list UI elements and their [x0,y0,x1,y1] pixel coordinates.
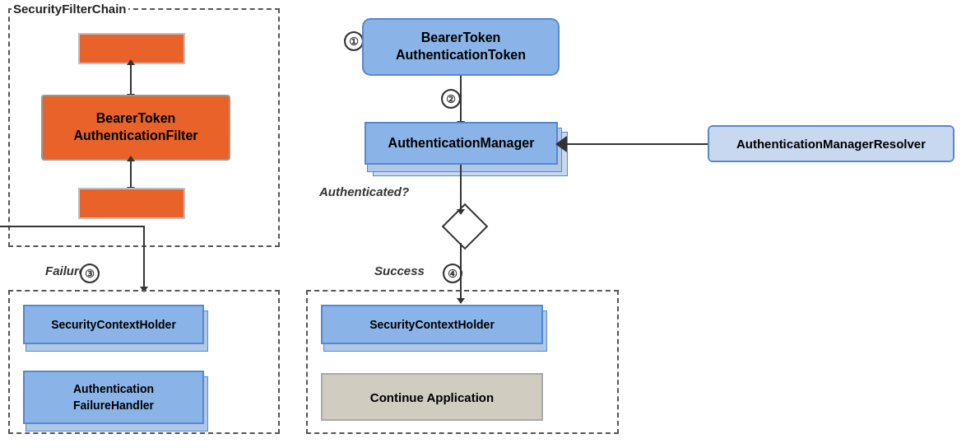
success-label: Success [374,264,425,278]
orange-bar-bottom [78,188,185,219]
auth-manager-box: AuthenticationManager [365,122,558,165]
sec-ctx-holder-failure-box: SecurityContextHolder [23,305,204,344]
triangle-left-icon [555,136,567,152]
sec-ctx-holder-failure-label: SecurityContextHolder [51,318,176,331]
auth-manager-label: AuthenticationManager [388,136,535,151]
bearer-token-box: BearerToken AuthenticationToken [362,18,560,76]
auth-failure-handler-box: Authentication FailureHandler [23,371,204,424]
bearer-filter-label: BearerToken AuthenticationFilter [73,110,197,145]
bearer-filter-box: BearerToken AuthenticationFilter [41,95,230,161]
circle-num-3: ③ [80,264,100,283]
circle-num-2: ② [441,89,461,109]
arrow-2-to-diamond [460,165,462,210]
auth-manager-resolver-box: AuthenticationManagerResolver [708,125,954,162]
sec-ctx-holder-success-label: SecurityContextHolder [369,318,495,331]
bearer-token-label: BearerToken AuthenticationToken [396,30,526,64]
authenticated-label: Authenticated? [319,184,409,198]
continue-application-box: Continue Application [321,373,543,421]
security-filter-chain-label: SecurityFilterChain [12,2,128,16]
diagram-container: SecurityFilterChain BearerToken Authenti… [0,0,980,448]
circle-num-1: ① [344,31,364,51]
continue-application-label: Continue Application [370,390,494,404]
auth-failure-handler-label: Authentication FailureHandler [73,381,154,413]
resolver-line [558,143,708,145]
auth-manager-resolver-label: AuthenticationManagerResolver [736,137,926,151]
sec-ctx-holder-success-box: SecurityContextHolder [321,305,543,344]
diamond-shape [442,203,489,250]
arrow-up-top [130,64,132,95]
arrow-up-bottom [130,161,132,188]
arrow-failure [143,226,145,287]
